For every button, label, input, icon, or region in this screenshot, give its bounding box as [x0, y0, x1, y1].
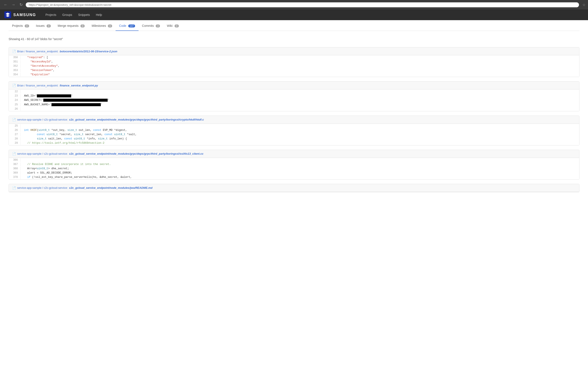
tab-issues[interactable]: Issues 0	[33, 21, 54, 31]
code-line: 29 // https://tools.ietf.org/html/rfc586…	[9, 141, 579, 145]
address-bar[interactable]: https://*&project_id=&repository_ref=&sc…	[26, 2, 579, 7]
tab-projects[interactable]: Projects 0	[9, 21, 33, 31]
result-filename-4[interactable]: c2c_gcloud_service_endpoint/node_modules…	[69, 152, 203, 155]
file-icon: 📄	[12, 50, 16, 53]
file-icon: 📄	[12, 118, 16, 121]
line-content: alert = SSL_AD_DECODE_ERROR;	[21, 171, 579, 175]
nav-groups[interactable]: Groups	[59, 9, 75, 20]
result-path-prefix-4[interactable]: service-app-sample / c2c-gcloud-service:	[17, 152, 68, 155]
code-line: 22	[9, 89, 579, 94]
code-line: 351 "AccessKeyId",	[9, 60, 579, 64]
line-num: 350	[9, 56, 21, 59]
result-header-4: 📄 service-app-sample / c2c-gcloud-servic…	[9, 150, 579, 158]
line-content: if (!ssl_ext_key_share_parse_serverhello…	[21, 175, 579, 179]
line-content: "Expiration"	[21, 73, 579, 77]
url-text: https://*&project_id=&repository_ref=&sc…	[29, 3, 576, 6]
line-num: 24	[9, 98, 21, 102]
result-header-1: 📄 Brian / finance_service_endpoint: boto…	[9, 47, 579, 55]
code-line: 26	[9, 107, 579, 111]
result-path-prefix-3[interactable]: service-app-sample / c2c-gcloud-service:	[17, 118, 68, 121]
result-block-2: 📄 Brian / finance_service_endpoint: fina…	[9, 81, 579, 111]
logo[interactable]: SAMSUNG	[4, 11, 36, 18]
code-line: 27 const uint8_t *secret, size_t secret_…	[9, 132, 579, 137]
line-content: "AccessKeyId",	[21, 60, 579, 64]
line-content: const uint8_t *secret, size_t secret_len…	[21, 132, 579, 136]
file-icon: 📄	[12, 84, 16, 87]
code-line: 350 "required": [	[9, 55, 579, 60]
file-icon: 📄	[12, 152, 16, 155]
line-content	[21, 90, 579, 93]
line-num: 29	[9, 141, 21, 145]
line-num: 26	[9, 107, 21, 111]
back-button[interactable]: ←	[2, 2, 9, 8]
code-line: 367 // Resolve ECDHE and incorporate it …	[9, 162, 579, 167]
line-content	[21, 158, 579, 162]
code-line: 369 alert = SSL_AD_DECODE_ERROR;	[9, 171, 579, 175]
tab-code[interactable]: Code 147	[116, 21, 139, 31]
code-line: 23 AWS_ID=' '	[9, 94, 579, 98]
line-content: size_t salt_len, const uint8_t *info, si…	[21, 137, 579, 141]
result-path-prefix-2[interactable]: Brian / finance_service_endpoint:	[17, 84, 58, 87]
code-line: 353 "SessionToken",	[9, 68, 579, 72]
code-line: 25	[9, 124, 579, 128]
code-line: 354 "Expiration"	[9, 72, 579, 77]
result-filename-5[interactable]: c2c_gcloud_service_endpoint/node_modules…	[69, 186, 152, 190]
code-line: 352 "SecretAccessKey",	[9, 64, 579, 68]
line-content: "required": [	[21, 56, 579, 59]
code-area-1: 350 "required": [ 351 "AccessKeyId", 352…	[9, 55, 579, 77]
line-num: 367	[9, 162, 21, 166]
line-content: AWS_ID=' '	[21, 94, 579, 98]
line-content: "SecretAccessKey",	[21, 64, 579, 68]
file-icon: 📄	[12, 186, 16, 190]
forward-button[interactable]: →	[10, 2, 16, 8]
bookmark-icon[interactable]: ☆	[582, 3, 586, 7]
code-line: 24 AWS_SECRET=' '	[9, 98, 579, 102]
tab-wiki[interactable]: Wiki 0	[163, 21, 182, 31]
line-content	[21, 107, 579, 111]
code-line: 26 int HKDF(uint8_t *out_key, size_t out…	[9, 128, 579, 132]
nav-snippets[interactable]: Snippets	[75, 9, 93, 20]
tab-merge-requests[interactable]: Merge requests 0	[54, 21, 88, 31]
result-filename-3[interactable]: c2c_gcloud_service_endpoint/node_modules…	[69, 118, 204, 121]
result-block-1: 📄 Brian / finance_service_endpoint: boto…	[9, 47, 579, 77]
line-num: 23	[9, 94, 21, 98]
line-num: 353	[9, 68, 21, 72]
nav-projects[interactable]: Projects	[42, 9, 59, 20]
line-content: AWS_BUCKET_NAME=' '	[21, 103, 579, 107]
line-num: 370	[9, 175, 21, 179]
page-content: Projects 0 Issues 0 Merge requests 0 Mil…	[0, 20, 588, 192]
result-header-5: 📄 service-app-sample / c2c-gcloud-servic…	[9, 184, 579, 192]
line-content: Array<uint8_t> dhe_secret;	[21, 167, 579, 171]
result-path-prefix-5[interactable]: service-app-sample / c2c-gcloud-service:	[17, 186, 68, 190]
nav-help[interactable]: Help	[93, 9, 105, 20]
showing-text: Showing 41 - 60 of 147 blobs for "secret…	[9, 35, 579, 43]
line-num: 352	[9, 64, 21, 68]
line-num: 25	[9, 103, 21, 107]
line-content: "SessionToken",	[21, 68, 579, 72]
result-filename-2[interactable]: finance_service_endpoint.py	[60, 84, 98, 87]
line-content: AWS_SECRET=' '	[21, 98, 579, 102]
line-num: 369	[9, 171, 21, 175]
result-block-5: 📄 service-app-sample / c2c-gcloud-servic…	[9, 184, 579, 192]
result-filename-1[interactable]: botocore/data/sts/2011-06-15/service-2.j…	[60, 50, 117, 53]
code-line: 368 Array<uint8_t> dhe_secret;	[9, 167, 579, 171]
top-navigation: SAMSUNG Projects Groups Snippets Help	[0, 9, 588, 20]
code-line: 25 AWS_BUCKET_NAME=' '	[9, 103, 579, 107]
result-header-3: 📄 service-app-sample / c2c-gcloud-servic…	[9, 116, 579, 124]
code-line: 370 if (!ssl_ext_key_share_parse_serverh…	[9, 175, 579, 179]
tab-commits[interactable]: Commits 3	[139, 21, 163, 31]
line-num: 27	[9, 132, 21, 136]
logo-icon	[4, 11, 11, 18]
reload-button[interactable]: ↻	[18, 2, 24, 8]
result-path-prefix-1[interactable]: Brian / finance_service_endpoint:	[17, 50, 58, 53]
tabs: Projects 0 Issues 0 Merge requests 0 Mil…	[9, 20, 579, 31]
line-content: int HKDF(uint8_t *out_key, size_t out_le…	[21, 128, 579, 132]
line-num: 22	[9, 90, 21, 93]
result-block-3: 📄 service-app-sample / c2c-gcloud-servic…	[9, 116, 579, 146]
line-content: // Resolve ECDHE and incorporate it into…	[21, 162, 579, 166]
tab-milestones[interactable]: Milestones 0	[88, 21, 116, 31]
code-area-3: 25 26 int HKDF(uint8_t *out_key, size_t …	[9, 124, 579, 145]
code-line: 28 size_t salt_len, const uint8_t *info,…	[9, 137, 579, 141]
line-num: 368	[9, 167, 21, 171]
line-num: 25	[9, 124, 21, 128]
